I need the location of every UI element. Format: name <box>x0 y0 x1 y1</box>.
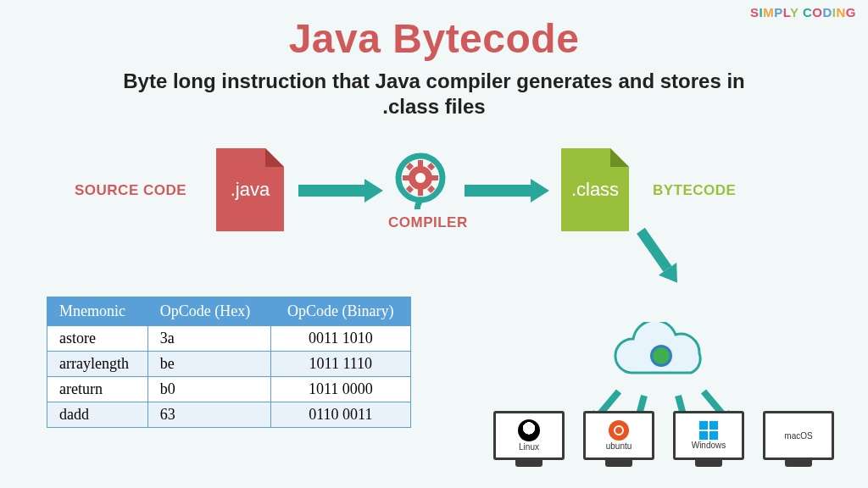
table-header: Mnemonic <box>47 297 148 326</box>
platform-macos: macOS <box>763 411 837 460</box>
opcode-table: Mnemonic OpCode (Hex) OpCode (Binary) as… <box>47 297 411 428</box>
brand-logo: SIMPLY CODING <box>750 5 856 19</box>
compiler-label: COMPILER <box>388 214 453 231</box>
class-file-label: .class <box>571 179 619 201</box>
svg-rect-2 <box>418 160 423 167</box>
table-header: OpCode (Binary) <box>270 297 410 326</box>
table-row: areturn b0 1011 0000 <box>47 377 411 402</box>
arrow-icon <box>465 180 549 201</box>
page-subtitle: Byte long instruction that Java compiler… <box>103 69 765 119</box>
table-row: arraylength be 1011 1110 <box>47 352 411 377</box>
platform-linux: Linux <box>493 411 568 460</box>
class-file-icon: .class <box>561 148 629 231</box>
arrow-icon <box>298 180 383 201</box>
platform-ubuntu: ubuntu <box>583 411 658 460</box>
svg-rect-3 <box>418 189 423 196</box>
svg-point-10 <box>415 173 426 183</box>
source-code-label: SOURCE CODE <box>75 182 186 198</box>
page-title: Java Bytecode <box>0 15 868 62</box>
java-file-label: .java <box>231 179 270 201</box>
table-header: OpCode (Hex) <box>147 297 270 326</box>
distribution-diagram: Linux ubuntu Windows macOS <box>475 263 856 483</box>
cloud-icon <box>606 322 716 390</box>
ubuntu-icon <box>609 420 629 441</box>
table-row: astore 3a 0011 1010 <box>47 326 411 352</box>
table-row: dadd 63 0110 0011 <box>47 402 411 428</box>
flow-diagram: SOURCE CODE .java <box>0 148 868 258</box>
platform-windows: Windows <box>673 411 748 460</box>
linux-icon <box>518 419 540 441</box>
gear-icon <box>391 150 450 209</box>
java-file-icon: .java <box>216 148 284 231</box>
svg-rect-5 <box>431 175 438 180</box>
windows-icon <box>699 421 718 440</box>
svg-rect-4 <box>403 175 409 180</box>
bytecode-label: BYTECODE <box>653 182 736 198</box>
